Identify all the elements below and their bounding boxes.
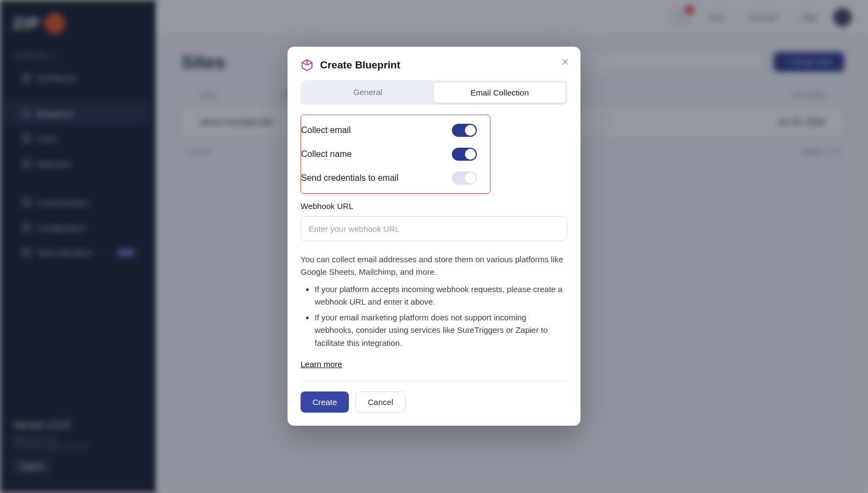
toggle-label: Collect name xyxy=(301,149,352,159)
toggle-row-collect-email: Collect email xyxy=(301,118,486,142)
webhook-label: Webhook URL xyxy=(301,201,567,211)
create-blueprint-modal: Create Blueprint General Email Collectio… xyxy=(288,47,580,426)
cancel-button[interactable]: Cancel xyxy=(355,391,406,413)
divider xyxy=(301,381,567,382)
cube-icon xyxy=(301,59,314,72)
toggle-collect-email[interactable] xyxy=(452,124,477,137)
toggle-row-send-credentials: Send credentials to email xyxy=(301,166,486,190)
modal-title: Create Blueprint xyxy=(320,59,400,71)
webhook-url-input[interactable] xyxy=(301,216,567,241)
modal-overlay: Create Blueprint General Email Collectio… xyxy=(0,0,868,493)
tab-email-collection[interactable]: Email Collection xyxy=(433,82,566,103)
toggle-send-credentials[interactable] xyxy=(452,172,477,185)
create-button[interactable]: Create xyxy=(301,391,349,413)
toggle-label: Collect email xyxy=(301,125,351,135)
close-icon[interactable] xyxy=(558,54,573,69)
toggle-row-collect-name: Collect name xyxy=(301,142,486,166)
learn-more-link[interactable]: Learn more xyxy=(301,358,342,370)
modal-tabs: General Email Collection xyxy=(301,80,567,105)
toggle-collect-name[interactable] xyxy=(452,148,477,161)
modal-actions: Create Cancel xyxy=(301,391,567,413)
highlighted-toggles: Collect email Collect name Send credenti… xyxy=(301,115,490,194)
tab-general[interactable]: General xyxy=(302,82,433,103)
help-text: You can collect email addresses and stor… xyxy=(301,253,567,370)
toggle-label: Send credentials to email xyxy=(301,173,399,183)
